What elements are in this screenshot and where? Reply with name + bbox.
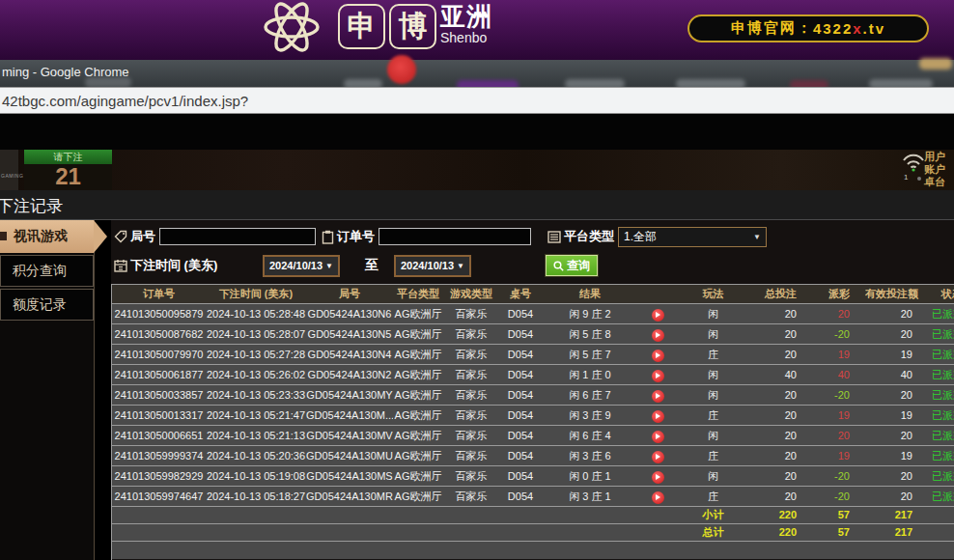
cell-payout: 20 [812, 426, 865, 445]
official-site-link[interactable]: 申博官网： 4322 x .tv [687, 14, 929, 42]
calendar-icon [114, 259, 127, 272]
table-row: 241013050079970 2024-10-13 05:27:28 GD05… [112, 345, 954, 365]
play-icon[interactable] [652, 431, 664, 443]
cell-replay [638, 304, 677, 323]
bet-time-filter-label: 下注时间 (美东) [130, 257, 217, 274]
cell-replay [638, 446, 677, 465]
date-from-button[interactable]: 2024/10/13 ▼ [263, 255, 340, 277]
cell-payout: 20 [812, 304, 865, 323]
cell-order-id: 241013050079970 [112, 345, 206, 364]
url-text: 42tbgc.com/agingame/pcv1/index.jsp? [2, 93, 248, 109]
order-input[interactable] [379, 228, 531, 245]
cell-table-no: D054 [499, 385, 542, 405]
cell-bet-time: 2024-10-13 05:18:27 [206, 487, 306, 506]
sidebar-item-label: 额度记录 [13, 296, 67, 314]
search-button[interactable]: 查询 [546, 255, 598, 276]
cell-play: 庄 [677, 487, 749, 506]
col-replay [638, 285, 677, 303]
cell-platform: AG欧洲厅 [393, 426, 443, 445]
cell-platform: AG欧洲厅 [393, 446, 443, 465]
cell-result: 闲 3 庄 6 [542, 446, 638, 465]
round-input[interactable] [159, 228, 316, 245]
bet-prompt: 请下注 [24, 150, 112, 164]
total-bet: 220 [749, 524, 812, 541]
play-icon[interactable] [652, 471, 664, 484]
play-icon[interactable] [652, 390, 664, 403]
cell-result: 闲 6 庄 7 [542, 385, 638, 405]
info-table: 卓台 [924, 176, 954, 188]
cell-result: 闲 1 庄 0 [542, 365, 638, 384]
cell-round: GD05424A130N5 [306, 324, 393, 344]
logo-char-bo: 博 [389, 4, 436, 49]
play-icon[interactable] [652, 329, 664, 342]
cell-play: 闲 [677, 426, 749, 445]
cell-table-no: D054 [499, 487, 542, 506]
platform-select[interactable]: 1.全部 ▼ [618, 227, 767, 247]
side-fragment: GAMING [0, 150, 18, 190]
cell-table-no: D054 [499, 446, 542, 465]
cell-bet-time: 2024-10-13 05:23:33 [206, 385, 306, 405]
cell-platform: AG欧洲厅 [393, 304, 443, 323]
total-valid: 217 [865, 524, 928, 541]
sidebar-item-label: 视讯游戏 [14, 228, 68, 245]
play-icon[interactable] [652, 451, 664, 463]
cell-result: 闲 0 庄 1 [542, 466, 638, 486]
cell-result: 闲 5 庄 7 [542, 345, 638, 364]
table-row: 241013050013317 2024-10-13 05:21:47 GD05… [112, 406, 954, 426]
cell-round: GD05424A130N4 [306, 345, 393, 364]
cell-order-id: 241013050087682 [112, 324, 206, 344]
cell-play: 庄 [677, 406, 749, 425]
cell-bet-time: 2024-10-13 05:21:47 [206, 406, 306, 425]
sidebar: 视讯游戏 积分查询 额度记录 [0, 220, 95, 560]
chevron-down-icon: ▼ [457, 262, 464, 270]
cell-game-type: 百家乐 [443, 304, 499, 323]
cell-game-type: 百家乐 [443, 466, 499, 486]
cell-order-id: 241013050095879 [112, 304, 206, 323]
platform-filter-label: 平台类型 [564, 228, 614, 245]
cell-platform: AG欧洲厅 [393, 345, 443, 364]
col-table-no: 桌号 [499, 285, 542, 303]
play-icon[interactable] [652, 370, 664, 382]
page-title: 下注记录 [0, 195, 63, 217]
cell-order-id: 241013050013317 [112, 406, 206, 425]
chevron-down-icon: ▼ [753, 233, 761, 241]
cell-payout: 40 [812, 365, 865, 384]
cell-total-bet: 20 [749, 446, 812, 465]
cell-replay [638, 385, 677, 405]
cell-round: GD05424A130N6 [306, 304, 393, 323]
col-result: 结果 [542, 285, 638, 303]
cell-result: 闲 9 庄 2 [542, 304, 638, 323]
address-bar[interactable]: 42tbgc.com/agingame/pcv1/index.jsp? [0, 87, 954, 114]
info-user: 用户 [924, 151, 954, 163]
sidebar-item-label: 积分查询 [13, 263, 67, 280]
play-icon[interactable] [652, 491, 664, 504]
subtotal-valid: 217 [865, 507, 928, 523]
play-icon[interactable] [652, 309, 664, 322]
cell-valid-bet: 20 [865, 487, 928, 506]
play-icon[interactable] [652, 350, 664, 362]
date-to-button[interactable]: 2024/10/13 ▼ [394, 255, 471, 277]
sidebar-item-video-games[interactable]: 视讯游戏 [0, 220, 94, 253]
play-icon[interactable] [652, 410, 664, 423]
cell-status: 已派彩 [928, 487, 954, 506]
cell-status: 已派彩 [928, 446, 954, 465]
cell-game-type: 百家乐 [443, 365, 499, 384]
divider-strip [0, 114, 954, 150]
col-play: 玩法 [677, 285, 749, 303]
sidebar-item-credit-records[interactable]: 额度记录 [0, 289, 94, 321]
site-header: 申 博 亚洲 Shenbo 申博官网： 4322 x .tv [0, 0, 954, 62]
col-payout: 派彩 [812, 285, 865, 303]
bet-countdown-box: 请下注 21 [24, 150, 112, 190]
sidebar-item-points-query[interactable]: 积分查询 [0, 255, 94, 287]
cell-round: GD05424A130MV [306, 426, 393, 445]
cell-platform: AG欧洲厅 [393, 385, 443, 405]
tag-icon [114, 230, 127, 243]
cell-game-type: 百家乐 [443, 446, 499, 465]
col-bet-time: 下注时间 (美东) [206, 285, 306, 303]
logo-region: 亚洲 [440, 2, 492, 31]
table-row: 241013050087682 2024-10-13 05:28:07 GD05… [112, 324, 954, 345]
cell-total-bet: 20 [749, 426, 812, 445]
records-titlebar: 下注记录 [0, 190, 954, 220]
cell-platform: AG欧洲厅 [393, 324, 443, 344]
cell-round: GD05424A130MU [306, 446, 393, 465]
